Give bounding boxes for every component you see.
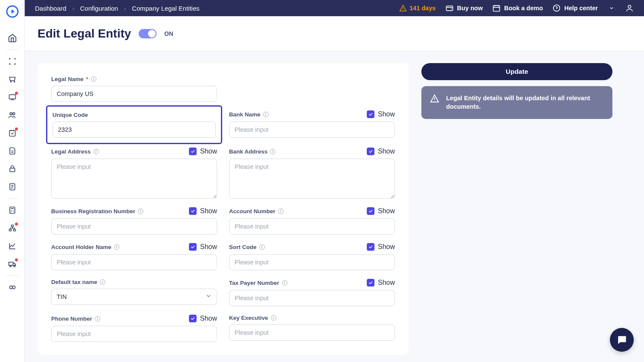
label-key-exec: Key Executive i xyxy=(229,315,276,321)
info-icon[interactable]: i xyxy=(263,112,269,117)
app-logo[interactable] xyxy=(5,4,20,19)
sidebar-calculator-icon[interactable] xyxy=(4,202,20,218)
svg-rect-11 xyxy=(9,262,13,266)
calendar-icon xyxy=(492,4,501,12)
breadcrumb-item[interactable]: Configuration xyxy=(80,5,118,12)
info-icon[interactable]: i xyxy=(100,279,105,285)
info-icon[interactable]: i xyxy=(278,209,284,214)
input-bank-name[interactable] xyxy=(229,122,395,138)
sidebar-check-icon[interactable] xyxy=(4,125,20,141)
input-sort-code[interactable] xyxy=(229,254,395,270)
input-brn[interactable] xyxy=(51,218,217,235)
field-phone: Phone Number i Show xyxy=(51,315,217,342)
info-icon[interactable]: i xyxy=(138,209,143,214)
chevron-down-icon[interactable] xyxy=(607,4,616,12)
show-label: Show xyxy=(200,207,217,215)
field-account-holder: Account Holder Name i Show xyxy=(51,243,217,270)
input-key-exec[interactable] xyxy=(229,324,395,341)
info-icon[interactable]: i xyxy=(91,76,96,82)
show-checkbox-account-holder[interactable] xyxy=(189,243,197,251)
sidebar-chart-icon[interactable] xyxy=(4,238,20,254)
svg-point-12 xyxy=(10,265,11,266)
sidebar-users-icon[interactable] xyxy=(4,107,20,123)
sidebar xyxy=(0,0,25,362)
page-header: Edit Legal Entity ON xyxy=(25,16,644,51)
info-banner-text: Legal Entity details will be updated in … xyxy=(446,94,604,111)
show-label: Show xyxy=(378,207,395,215)
sidebar-cart-icon[interactable] xyxy=(4,71,20,87)
info-icon[interactable]: i xyxy=(271,315,276,321)
entity-toggle[interactable] xyxy=(139,29,157,38)
label-unique-code: Unique Code xyxy=(52,112,88,118)
input-tax-payer[interactable] xyxy=(229,290,395,306)
field-brn: Business Registration Number i Show xyxy=(51,207,217,235)
sidebar-receipt-icon[interactable] xyxy=(4,179,20,195)
right-column: Update Legal Entity details will be upda… xyxy=(421,63,612,119)
label-account-number: Account Number i xyxy=(229,208,284,214)
info-banner: Legal Entity details will be updated in … xyxy=(421,86,612,119)
info-icon[interactable]: i xyxy=(259,244,265,250)
breadcrumb-item[interactable]: Company Legal Entities xyxy=(132,5,199,12)
help-center-button[interactable]: Help center xyxy=(552,4,598,12)
field-sort-code: Sort Code i Show xyxy=(229,243,395,270)
chevron-right-icon: › xyxy=(72,5,74,12)
sidebar-home-icon[interactable] xyxy=(4,30,20,46)
show-checkbox-bank-address[interactable] xyxy=(367,148,374,155)
input-unique-code[interactable] xyxy=(52,122,216,138)
sidebar-link-icon[interactable] xyxy=(4,279,20,295)
chat-bubble-button[interactable] xyxy=(610,328,634,352)
breadcrumb-item[interactable]: Dashboard xyxy=(35,5,66,12)
input-account-holder[interactable] xyxy=(51,254,217,270)
sidebar-doc-icon[interactable] xyxy=(4,143,20,159)
info-icon[interactable]: i xyxy=(270,149,276,154)
sidebar-chat-icon[interactable] xyxy=(4,89,20,105)
buy-now-button[interactable]: Buy now xyxy=(445,4,483,12)
show-checkbox-phone[interactable] xyxy=(189,315,197,322)
sidebar-lock-icon[interactable] xyxy=(4,161,20,177)
book-demo-button[interactable]: Book a demo xyxy=(492,4,543,12)
show-checkbox-tax-payer[interactable] xyxy=(367,279,374,287)
label-brn: Business Registration Number i xyxy=(51,208,143,214)
input-phone[interactable] xyxy=(51,326,217,342)
input-account-number[interactable] xyxy=(229,218,395,235)
show-checkbox-legal-address[interactable] xyxy=(189,148,197,155)
field-tax-payer: Tax Payer Number i Show xyxy=(229,279,395,306)
select-default-tax[interactable] xyxy=(51,289,217,305)
show-checkbox-sort-code[interactable] xyxy=(367,243,374,251)
info-icon[interactable]: i xyxy=(282,280,287,286)
field-unique-code: Unique Code xyxy=(46,105,222,144)
info-icon[interactable]: i xyxy=(93,149,99,154)
label-default-tax: Default tax name i xyxy=(51,279,105,285)
input-bank-address[interactable] xyxy=(229,159,395,199)
info-icon[interactable]: i xyxy=(95,316,100,321)
update-button[interactable]: Update xyxy=(421,63,612,80)
label-bank-address: Bank Address i xyxy=(229,148,276,155)
show-checkbox-bank-name[interactable] xyxy=(367,110,374,118)
field-bank-address: Bank Address i Show xyxy=(229,148,395,199)
label-legal-address: Legal Address i xyxy=(51,148,99,155)
sidebar-truck-icon[interactable] xyxy=(4,256,20,272)
label-bank-name: Bank Name i xyxy=(229,111,269,118)
show-checkbox-account-number[interactable] xyxy=(367,207,374,215)
show-label: Show xyxy=(378,279,395,287)
info-icon[interactable]: i xyxy=(114,244,119,250)
main-content: Legal Name* i Unique Code Bank Name xyxy=(25,51,644,362)
field-legal-address: Legal Address i Show xyxy=(51,148,217,199)
input-legal-address[interactable] xyxy=(51,159,217,199)
sidebar-scan-icon[interactable] xyxy=(4,53,20,70)
show-label: Show xyxy=(378,110,395,118)
svg-point-19 xyxy=(628,5,631,8)
label-account-holder: Account Holder Name i xyxy=(51,244,119,250)
svg-rect-1 xyxy=(9,95,15,99)
field-bank-name: Bank Name i Show xyxy=(229,110,395,139)
show-checkbox-brn[interactable] xyxy=(189,207,197,215)
warning-icon xyxy=(430,94,439,103)
field-key-exec: Key Executive i xyxy=(229,315,395,342)
input-legal-name[interactable] xyxy=(51,86,217,102)
sidebar-org-icon[interactable] xyxy=(4,220,20,236)
trial-days[interactable]: 141 days xyxy=(399,4,435,12)
sidebar-separator xyxy=(6,275,18,276)
user-icon[interactable] xyxy=(625,4,634,12)
svg-rect-16 xyxy=(446,6,453,11)
topbar: Dashboard › Configuration › Company Lega… xyxy=(25,0,644,16)
